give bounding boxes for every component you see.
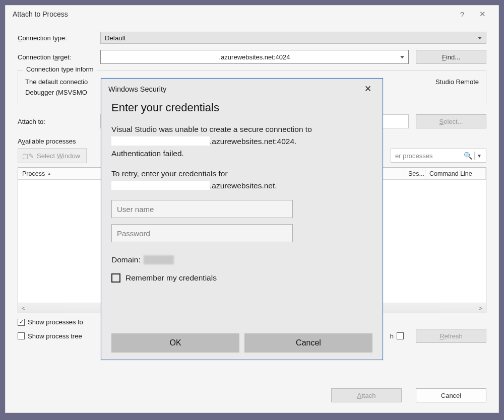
modal-title: Windows Security [108,85,360,93]
modal-message-1: Visual Studio was unable to create a sec… [111,123,372,160]
show-all-users-checkbox[interactable]: ✓ [18,319,25,326]
select-window-icon: ▢✎ [22,152,34,160]
modal-cancel-button[interactable]: Cancel [244,333,372,353]
search-icon: 🔍 [464,152,472,160]
connection-target-combo[interactable]: .azurewebsites.net:4024 [100,50,409,64]
refresh-button[interactable]: Refresh [416,329,486,343]
remember-credentials-checkbox[interactable] [111,273,120,283]
close-button[interactable]: ✕ [472,6,492,23]
remember-credentials-label: Remember my credentials [125,273,217,283]
connection-type-select[interactable]: Default [100,32,486,44]
cancel-button[interactable]: Cancel [416,388,486,402]
connection-type-label: Connection type: [18,34,100,42]
domain-label: Domain: [111,255,141,264]
auto-refresh-tail: h [390,332,394,340]
window-title: Attach to Process [13,10,452,18]
ok-button[interactable]: OK [111,333,239,353]
chevron-down-icon [400,56,404,58]
username-field[interactable]: User name [111,200,293,218]
scroll-right-icon[interactable]: > [476,303,486,313]
domain-value-redacted [144,255,174,264]
redacted-host [111,181,210,190]
auto-refresh-checkbox[interactable] [397,332,404,339]
password-field[interactable]: Password [111,224,293,242]
show-process-tree-label: Show process tree [28,332,82,340]
column-session[interactable]: Ses... [404,168,425,179]
redacted-host [111,136,210,146]
sort-asc-icon: ▲ [47,171,51,176]
select-button[interactable]: Select... [416,114,486,128]
show-process-tree-checkbox[interactable] [18,332,25,339]
column-command-line[interactable]: Command Line [425,168,486,179]
connection-type-value: Default [105,34,125,42]
modal-heading: Enter your credentials [111,101,372,114]
domain-row: Domain: [111,255,372,264]
select-window-button: ▢✎ Select Window [18,148,87,163]
attach-button[interactable]: Attach [331,388,402,402]
chevron-down-icon [478,37,482,39]
help-button[interactable]: ? [452,6,472,23]
show-all-users-label: Show processes fo [28,318,83,326]
modal-message-2: To retry, enter your credentials for .az… [111,168,372,192]
titlebar: Attach to Process ? ✕ [6,6,498,23]
windows-security-dialog: Windows Security ✕ Enter your credential… [101,78,383,360]
dropdown-icon[interactable]: ▼ [477,153,482,159]
scroll-left-icon[interactable]: < [18,303,28,313]
connection-target-label: Connection target: [18,53,100,61]
connection-target-value: .azurewebsites.net:4024 [219,53,290,61]
filter-placeholder: er processes [395,152,432,160]
find-button[interactable]: Find... [416,50,486,64]
groupbox-legend: Connection type inform [23,65,97,73]
attach-to-label: Attach to: [18,118,100,125]
filter-processes-input[interactable]: er processes 🔍 ▼ [391,149,486,163]
modal-close-button[interactable]: ✕ [360,84,375,94]
